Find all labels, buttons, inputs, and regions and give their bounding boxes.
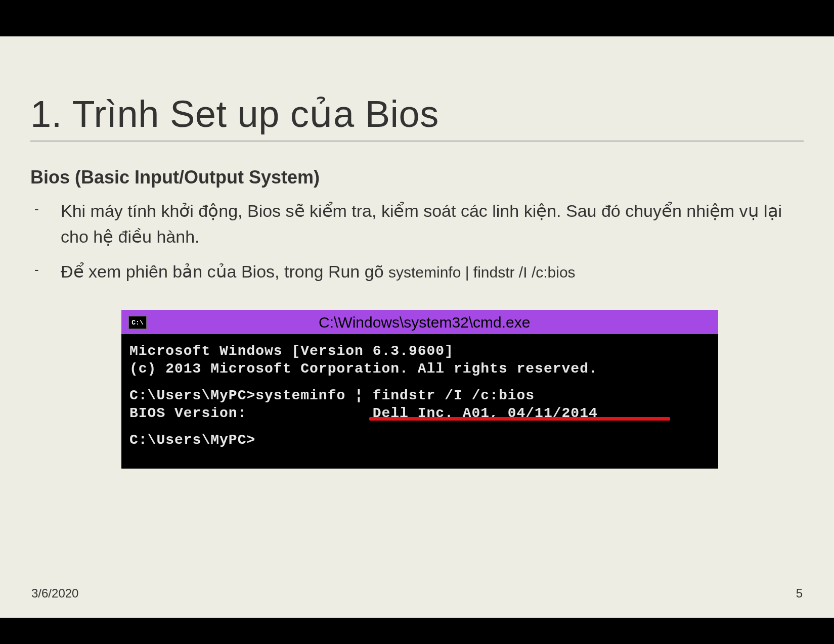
cmd-icon: C:\ xyxy=(128,316,147,329)
list-item: Để xem phiên bản của Bios, trong Run gõ … xyxy=(30,259,804,285)
terminal-line: C:\Users\MyPC>systeminfo ¦ findstr /I /c… xyxy=(129,387,710,404)
inline-command: systeminfo | findstr /I /c:bios xyxy=(388,264,576,281)
terminal-window: C:\ C:\Windows\system32\cmd.exe Microsof… xyxy=(121,310,718,469)
terminal-titlebar: C:\ C:\Windows\system32\cmd.exe xyxy=(121,310,718,335)
list-item: Khi máy tính khởi động, Bios sẽ kiểm tra… xyxy=(30,198,804,250)
terminal-spacer xyxy=(129,378,710,387)
terminal-title: C:\Windows\system32\cmd.exe xyxy=(319,314,530,331)
slide: 1. Trình Set up của Bios Bios (Basic Inp… xyxy=(0,36,834,618)
title-block: 1. Trình Set up của Bios xyxy=(30,92,804,142)
bullet-text: Để xem phiên bản của Bios, trong Run gõ xyxy=(61,262,384,281)
subtitle: Bios (Basic Input/Output System) xyxy=(30,167,804,188)
terminal-line: Microsoft Windows [Version 6.3.9600] xyxy=(129,342,710,360)
terminal-body: Microsoft Windows [Version 6.3.9600] (c)… xyxy=(121,335,718,469)
bullet-list: Khi máy tính khởi động, Bios sẽ kiểm tra… xyxy=(30,198,804,285)
footer-page-number: 5 xyxy=(796,586,803,601)
terminal-spacer xyxy=(129,422,710,431)
slide-title: 1. Trình Set up của Bios xyxy=(30,92,804,135)
terminal-line: (c) 2013 Microsoft Corporation. All righ… xyxy=(129,360,710,378)
terminal-line: C:\Users\MyPC> xyxy=(129,431,710,449)
bullet-text: Khi máy tính khởi động, Bios sẽ kiểm tra… xyxy=(61,201,782,246)
page: 1. Trình Set up của Bios Bios (Basic Inp… xyxy=(0,0,834,644)
highlight-underline xyxy=(369,417,670,421)
footer-date: 3/6/2020 xyxy=(31,586,78,601)
